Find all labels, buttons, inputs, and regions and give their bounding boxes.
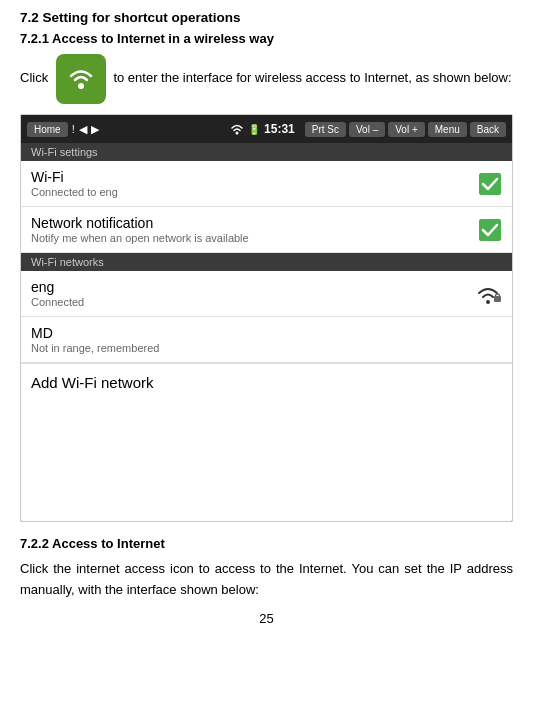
svg-point-0 bbox=[78, 83, 84, 89]
forward-arrow-icon: ▶ bbox=[91, 123, 99, 136]
wifi-status-icon bbox=[230, 123, 244, 135]
battery-icon: 🔋 bbox=[248, 124, 260, 135]
prt-sc-button[interactable]: Prt Sc bbox=[305, 122, 346, 137]
add-wifi-button[interactable]: Add Wi-Fi network bbox=[21, 363, 512, 401]
wifi-item[interactable]: Wi-Fi Connected to eng bbox=[21, 161, 512, 207]
eng-network-status: Connected bbox=[31, 296, 474, 308]
eng-network-item[interactable]: eng Connected bbox=[21, 271, 512, 317]
status-bar: Home ! ◀ ▶ 🔋 15:31 Prt Sc Vol – Vol + Me… bbox=[21, 115, 512, 143]
page-number: 25 bbox=[20, 611, 513, 626]
svg-point-4 bbox=[486, 300, 490, 304]
network-notification-checkbox[interactable] bbox=[478, 218, 502, 242]
separator-icon: ! bbox=[72, 123, 75, 135]
home-button[interactable]: Home bbox=[27, 122, 68, 137]
subsection-2-title: 7.2.2 Access to Internet bbox=[20, 536, 513, 551]
menu-button[interactable]: Menu bbox=[428, 122, 467, 137]
wifi-checkbox[interactable] bbox=[478, 172, 502, 196]
network-notification-item[interactable]: Network notification Notify me when an o… bbox=[21, 207, 512, 253]
svg-rect-5 bbox=[494, 296, 501, 302]
status-bar-left: Home ! ◀ ▶ bbox=[27, 122, 99, 137]
wifi-networks-header: Wi-Fi networks bbox=[21, 253, 512, 271]
action-buttons: Prt Sc Vol – Vol + Menu Back bbox=[305, 122, 506, 137]
network-notification-checkbox-icon bbox=[479, 219, 501, 241]
vol-down-button[interactable]: Vol – bbox=[349, 122, 385, 137]
eng-network-name: eng bbox=[31, 279, 474, 295]
wifi-settings-icon-inline bbox=[52, 54, 110, 104]
back-button[interactable]: Back bbox=[470, 122, 506, 137]
eng-wifi-signal-icon bbox=[474, 282, 502, 306]
wifi-item-subtitle: Connected to eng bbox=[31, 186, 478, 198]
empty-space bbox=[21, 401, 512, 521]
paragraph-1: Click to enter the interface for wireles… bbox=[20, 54, 513, 104]
para1-pre: Click bbox=[20, 70, 52, 85]
wifi-item-title: Wi-Fi bbox=[31, 169, 478, 185]
wifi-checkbox-icon bbox=[479, 173, 501, 195]
networks-list: eng Connected MD Not in range, remembere… bbox=[21, 271, 512, 363]
md-network-item[interactable]: MD Not in range, remembered bbox=[21, 317, 512, 363]
settings-list: Wi-Fi Connected to eng Network notificat… bbox=[21, 161, 512, 253]
subsection-1-title: 7.2.1 Access to Internet in a wireless w… bbox=[20, 31, 513, 46]
status-time: 15:31 bbox=[264, 122, 295, 136]
back-arrow-icon: ◀ bbox=[79, 123, 87, 136]
para1-mid: to enter the interface for wireless acce… bbox=[113, 70, 511, 85]
main-section-title: 7.2 Setting for shortcut operations bbox=[20, 10, 513, 25]
phone-screenshot: Home ! ◀ ▶ 🔋 15:31 Prt Sc Vol – Vol + Me… bbox=[20, 114, 513, 522]
status-icons: 🔋 15:31 bbox=[230, 122, 295, 136]
md-network-name: MD bbox=[31, 325, 502, 341]
paragraph-2: Click the internet access icon to access… bbox=[20, 559, 513, 601]
network-notification-content: Network notification Notify me when an o… bbox=[31, 215, 478, 244]
network-notification-subtitle: Notify me when an open network is availa… bbox=[31, 232, 478, 244]
svg-point-1 bbox=[236, 132, 239, 135]
md-network-status: Not in range, remembered bbox=[31, 342, 502, 354]
wifi-settings-header: Wi-Fi settings bbox=[21, 143, 512, 161]
vol-up-button[interactable]: Vol + bbox=[388, 122, 425, 137]
md-network-content: MD Not in range, remembered bbox=[31, 325, 502, 354]
wifi-item-content: Wi-Fi Connected to eng bbox=[31, 169, 478, 198]
eng-network-content: eng Connected bbox=[31, 279, 474, 308]
network-notification-title: Network notification bbox=[31, 215, 478, 231]
